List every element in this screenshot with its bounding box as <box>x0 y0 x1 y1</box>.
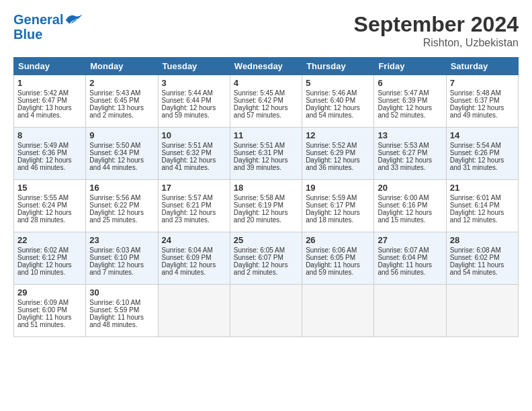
logo-blue-text: Blue <box>13 27 83 42</box>
sunset-label: Sunset: 6:12 PM <box>17 254 67 261</box>
sunrise-label: Sunrise: 5:58 AM <box>234 194 285 201</box>
sunrise-label: Sunrise: 5:49 AM <box>17 142 69 149</box>
daylight-label: Daylight: 12 hours and 33 minutes. <box>378 156 432 171</box>
calendar-week-row: 1Sunrise: 5:42 AMSunset: 6:47 PMDaylight… <box>14 75 519 128</box>
calendar-cell: 12Sunrise: 5:52 AMSunset: 6:29 PMDayligh… <box>302 128 374 180</box>
sunrise-label: Sunrise: 5:51 AM <box>162 142 213 149</box>
sunset-label: Sunset: 6:22 PM <box>89 201 139 209</box>
calendar-cell: 20Sunrise: 6:00 AMSunset: 6:16 PMDayligh… <box>374 180 446 232</box>
day-number: 27 <box>378 235 442 245</box>
sunset-label: Sunset: 6:45 PM <box>89 97 139 104</box>
sunset-label: Sunset: 6:32 PM <box>162 149 212 156</box>
calendar-week-row: 15Sunrise: 5:55 AMSunset: 6:24 PMDayligh… <box>14 180 519 232</box>
sunrise-label: Sunrise: 5:59 AM <box>306 194 357 201</box>
sunrise-label: Sunrise: 5:54 AM <box>450 142 501 149</box>
day-number: 4 <box>234 78 298 88</box>
calendar-cell: 25Sunrise: 6:05 AMSunset: 6:07 PMDayligh… <box>230 232 302 285</box>
sunrise-label: Sunrise: 6:03 AM <box>89 246 140 254</box>
logo-bird-icon <box>64 12 83 27</box>
daylight-label: Daylight: 12 hours and 46 minutes. <box>17 156 72 171</box>
sunset-label: Sunset: 6:42 PM <box>234 97 283 104</box>
calendar-cell: 11Sunrise: 5:51 AMSunset: 6:31 PMDayligh… <box>230 128 302 180</box>
header: General Blue September 2024 Rishton, Uzb… <box>13 12 519 49</box>
sunrise-label: Sunrise: 5:51 AM <box>234 142 285 149</box>
daylight-label: Daylight: 13 hours and 2 minutes. <box>89 104 144 119</box>
col-header-friday: Friday <box>374 58 446 75</box>
calendar-cell <box>158 285 230 337</box>
sunset-label: Sunset: 6:21 PM <box>162 201 212 209</box>
sunrise-label: Sunrise: 5:52 AM <box>306 142 357 149</box>
daylight-label: Daylight: 12 hours and 49 minutes. <box>450 104 504 119</box>
day-number: 17 <box>162 183 226 193</box>
daylight-label: Daylight: 12 hours and 10 minutes. <box>17 261 72 276</box>
daylight-label: Daylight: 12 hours and 7 minutes. <box>89 261 144 276</box>
sunrise-label: Sunrise: 6:01 AM <box>450 194 501 201</box>
day-number: 23 <box>89 235 154 245</box>
daylight-label: Daylight: 12 hours and 12 minutes. <box>450 209 504 224</box>
day-number: 15 <box>17 183 82 193</box>
daylight-label: Daylight: 12 hours and 15 minutes. <box>378 209 432 224</box>
daylight-label: Daylight: 13 hours and 4 minutes. <box>17 104 72 119</box>
sunset-label: Sunset: 6:16 PM <box>378 201 427 209</box>
sunrise-label: Sunrise: 5:42 AM <box>17 89 69 97</box>
calendar-cell: 16Sunrise: 5:56 AMSunset: 6:22 PMDayligh… <box>86 180 158 232</box>
daylight-label: Daylight: 12 hours and 31 minutes. <box>450 156 504 171</box>
daylight-label: Daylight: 12 hours and 28 minutes. <box>17 209 72 224</box>
sunset-label: Sunset: 6:24 PM <box>17 201 67 209</box>
sunrise-label: Sunrise: 6:02 AM <box>17 246 69 254</box>
calendar-cell: 26Sunrise: 6:06 AMSunset: 6:05 PMDayligh… <box>302 232 374 285</box>
day-number: 29 <box>17 287 82 298</box>
calendar-cell: 30Sunrise: 6:10 AMSunset: 5:59 PMDayligh… <box>86 285 158 337</box>
daylight-label: Daylight: 12 hours and 44 minutes. <box>89 156 144 171</box>
day-number: 9 <box>89 130 154 140</box>
daylight-label: Daylight: 12 hours and 57 minutes. <box>234 104 288 119</box>
sunrise-label: Sunrise: 5:56 AM <box>89 194 140 201</box>
sunset-label: Sunset: 6:40 PM <box>306 97 355 104</box>
day-number: 26 <box>306 235 370 245</box>
daylight-label: Daylight: 11 hours and 56 minutes. <box>378 261 432 276</box>
daylight-label: Daylight: 12 hours and 39 minutes. <box>234 156 288 171</box>
sunset-label: Sunset: 6:05 PM <box>306 254 355 261</box>
calendar-cell: 29Sunrise: 6:09 AMSunset: 6:00 PMDayligh… <box>14 285 86 337</box>
day-number: 14 <box>450 130 515 140</box>
col-header-tuesday: Tuesday <box>158 58 230 75</box>
day-number: 22 <box>17 235 82 245</box>
sunset-label: Sunset: 6:36 PM <box>17 149 67 156</box>
calendar-cell: 3Sunrise: 5:44 AMSunset: 6:44 PMDaylight… <box>158 75 230 128</box>
daylight-label: Daylight: 11 hours and 54 minutes. <box>450 261 504 276</box>
day-number: 6 <box>378 78 442 88</box>
sunrise-label: Sunrise: 6:10 AM <box>89 299 140 306</box>
calendar-table: SundayMondayTuesdayWednesdayThursdayFrid… <box>13 57 519 337</box>
sunset-label: Sunset: 6:17 PM <box>306 201 355 209</box>
calendar-cell: 22Sunrise: 6:02 AMSunset: 6:12 PMDayligh… <box>14 232 86 285</box>
page: General Blue September 2024 Rishton, Uzb… <box>0 0 532 344</box>
calendar-cell: 19Sunrise: 5:59 AMSunset: 6:17 PMDayligh… <box>302 180 374 232</box>
daylight-label: Daylight: 11 hours and 59 minutes. <box>306 261 360 276</box>
calendar-cell: 1Sunrise: 5:42 AMSunset: 6:47 PMDaylight… <box>14 75 86 128</box>
month-title: September 2024 <box>354 12 519 37</box>
calendar-cell <box>302 285 374 337</box>
sunrise-label: Sunrise: 5:57 AM <box>162 194 213 201</box>
sunset-label: Sunset: 6:00 PM <box>17 306 67 314</box>
sunset-label: Sunset: 6:09 PM <box>162 254 212 261</box>
calendar-cell <box>230 285 302 337</box>
logo-text: General <box>13 12 63 27</box>
sunset-label: Sunset: 5:59 PM <box>89 306 139 314</box>
calendar-cell: 21Sunrise: 6:01 AMSunset: 6:14 PMDayligh… <box>446 180 518 232</box>
sunset-label: Sunset: 6:04 PM <box>378 254 427 261</box>
day-number: 2 <box>89 78 154 88</box>
day-number: 20 <box>378 183 442 193</box>
calendar-cell <box>374 285 446 337</box>
col-header-monday: Monday <box>86 58 158 75</box>
day-number: 12 <box>306 130 370 140</box>
calendar-cell: 8Sunrise: 5:49 AMSunset: 6:36 PMDaylight… <box>14 128 86 180</box>
calendar-header-row: SundayMondayTuesdayWednesdayThursdayFrid… <box>14 58 519 75</box>
day-number: 13 <box>378 130 442 140</box>
sunrise-label: Sunrise: 6:06 AM <box>306 246 357 254</box>
calendar-cell: 13Sunrise: 5:53 AMSunset: 6:27 PMDayligh… <box>374 128 446 180</box>
day-number: 24 <box>162 235 226 245</box>
day-number: 7 <box>450 78 515 88</box>
daylight-label: Daylight: 12 hours and 36 minutes. <box>306 156 360 171</box>
calendar-week-row: 22Sunrise: 6:02 AMSunset: 6:12 PMDayligh… <box>14 232 519 285</box>
calendar-cell: 5Sunrise: 5:46 AMSunset: 6:40 PMDaylight… <box>302 75 374 128</box>
